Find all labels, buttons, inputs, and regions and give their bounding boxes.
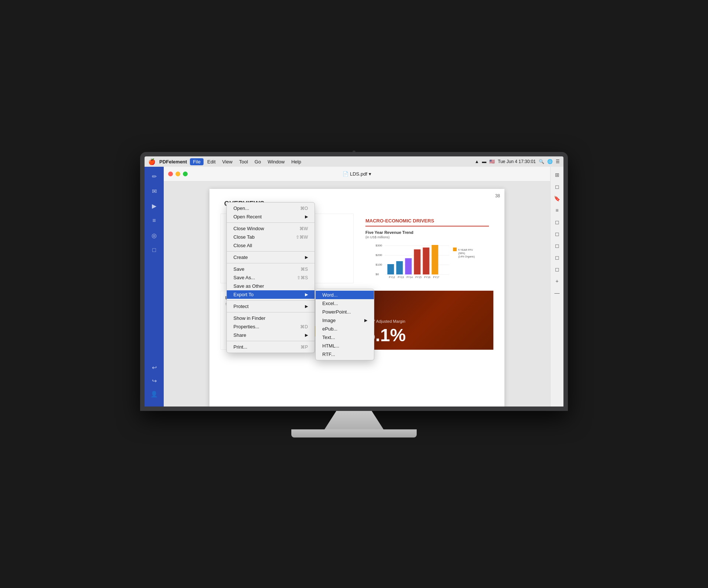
open-recent-arrow: ▶ xyxy=(305,214,308,219)
app-name[interactable]: PDFelement xyxy=(159,159,187,165)
svg-text:(38%): (38%) xyxy=(458,252,465,255)
left-sidebar: ✏ ✉ ▶ ≡ ◎ □ ↩ ↪ 👤 xyxy=(145,167,164,407)
menu-edit[interactable]: Edit xyxy=(204,158,218,165)
menu-protect[interactable]: Protect ▶ xyxy=(227,302,315,311)
menu-share[interactable]: Share ▶ xyxy=(227,331,315,339)
menu-close-all[interactable]: Close All xyxy=(227,241,315,250)
menu-go[interactable]: Go xyxy=(251,158,264,165)
maximize-button[interactable] xyxy=(183,172,188,176)
flag-icon: 🇺🇸 xyxy=(489,159,495,164)
export-powerpoint-label: PowerPoint... xyxy=(322,309,351,315)
right-icon-page[interactable]: ◻ xyxy=(552,181,562,192)
svg-text:FY17: FY17 xyxy=(433,276,440,279)
sidebar-icon-edit[interactable]: ✏ xyxy=(148,170,161,183)
close-window-shortcut: ⌘W xyxy=(299,226,308,231)
menu-properties[interactable]: Properties... ⌘D xyxy=(227,322,315,331)
right-icon-doc2[interactable]: ◻ xyxy=(552,229,562,239)
export-html[interactable]: HTML... xyxy=(316,342,374,350)
right-sidebar: ⊞ ◻ 🔖 ≡ ◻ ◻ ◻ ◻ ◻ + — xyxy=(550,167,563,407)
menu-show-finder[interactable]: Show in Finder xyxy=(227,314,315,322)
menu-save-as[interactable]: Save As... ⇧⌘S xyxy=(227,273,315,282)
right-icon-minus[interactable]: — xyxy=(552,288,562,298)
create-arrow: ▶ xyxy=(305,255,308,260)
minimize-button[interactable] xyxy=(176,172,180,176)
export-submenu: Word... Excel... PowerPoint... Image xyxy=(315,289,374,360)
menu-close-tab[interactable]: Close Tab ⇧⌘W xyxy=(227,233,315,241)
close-button[interactable] xyxy=(168,172,173,176)
right-icon-add[interactable]: + xyxy=(552,276,562,286)
menu-open-recent[interactable]: Open Recent ▶ xyxy=(227,212,315,221)
right-icon-menu[interactable]: ≡ xyxy=(552,205,562,215)
export-rtf-label: RTF... xyxy=(322,352,335,357)
sidebar-icon-undo[interactable]: ↩ xyxy=(148,361,161,374)
export-text[interactable]: Text... xyxy=(316,333,374,342)
pdf-viewport[interactable]: 38 OVERVIEWS xyxy=(164,181,550,407)
export-image-label: Image xyxy=(322,318,336,323)
sep-6 xyxy=(227,341,315,341)
menu-open[interactable]: Open... ⌘O xyxy=(227,204,315,212)
monitor-wrapper: 🍎 PDFelement File Edit View Tool Go Wind… xyxy=(133,151,575,437)
search-icon[interactable]: 🔍 xyxy=(539,159,544,164)
sidebar-icon-square[interactable]: □ xyxy=(148,243,161,257)
menu-create[interactable]: Create ▶ xyxy=(227,253,315,262)
protect-arrow: ▶ xyxy=(305,304,308,309)
export-epub[interactable]: ePub... xyxy=(316,325,374,333)
export-excel[interactable]: Excel... xyxy=(316,299,374,308)
menubar: 🍎 PDFelement File Edit View Tool Go Wind… xyxy=(145,156,563,167)
sidebar-icon-share[interactable]: ▶ xyxy=(148,199,161,212)
svg-rect-11 xyxy=(405,258,412,274)
right-icon-doc4[interactable]: ◻ xyxy=(552,252,562,263)
menu-open-recent-label: Open Recent xyxy=(233,214,262,219)
menu-open-shortcut: ⌘O xyxy=(300,206,308,211)
filename-text: LDS.pdf xyxy=(350,171,367,177)
traffic-lights xyxy=(168,172,188,176)
revenue-bar-chart: $300 $200 $100 $0 xyxy=(365,242,489,279)
file-menu-dropdown: Open... ⌘O Open Recent ▶ Close Window ⌘W xyxy=(226,202,315,353)
svg-text:FY15: FY15 xyxy=(416,276,422,279)
list-icon[interactable]: ☰ xyxy=(556,159,560,164)
right-icon-grid[interactable]: ⊞ xyxy=(552,170,562,180)
right-icon-bookmark[interactable]: 🔖 xyxy=(552,193,562,204)
menubar-right: ▲ ▬ 🇺🇸 Tue Jun 4 17:30:01 🔍 🌐 ☰ xyxy=(475,159,560,164)
properties-shortcut: ⌘D xyxy=(300,324,308,329)
export-rtf[interactable]: RTF... xyxy=(316,350,374,359)
export-word[interactable]: Word... xyxy=(316,291,374,299)
right-icon-doc5[interactable]: ◻ xyxy=(552,264,562,274)
menubar-items: File Edit View Tool Go Window Help xyxy=(190,158,473,165)
sidebar-icon-list[interactable]: ≡ xyxy=(148,214,161,227)
svg-text:$300: $300 xyxy=(376,244,382,247)
menu-export-to[interactable]: Export To ▶ Word... Excel... xyxy=(227,290,315,299)
apple-menu[interactable]: 🍎 xyxy=(148,158,156,165)
sidebar-icon-circle[interactable]: ◎ xyxy=(148,229,161,242)
protect-label: Protect xyxy=(233,304,249,309)
monitor-screen: 🍎 PDFelement File Edit View Tool Go Wind… xyxy=(140,152,568,411)
export-powerpoint[interactable]: PowerPoint... xyxy=(316,308,374,316)
menu-file[interactable]: File xyxy=(190,158,204,165)
right-icon-doc1[interactable]: ◻ xyxy=(552,217,562,227)
globe-icon[interactable]: 🌐 xyxy=(547,159,553,164)
menu-tool[interactable]: Tool xyxy=(236,158,251,165)
sidebar-icon-user[interactable]: 👤 xyxy=(148,387,161,401)
export-image[interactable]: Image ▶ xyxy=(316,316,374,325)
svg-text:FY16: FY16 xyxy=(424,276,431,279)
menu-view[interactable]: View xyxy=(219,158,236,165)
sep-3 xyxy=(227,263,315,263)
menu-window[interactable]: Window xyxy=(265,158,288,165)
save-as-shortcut: ⇧⌘S xyxy=(297,275,308,280)
svg-text:FY12: FY12 xyxy=(389,276,395,279)
menu-print[interactable]: Print... ⌘P xyxy=(227,343,315,351)
menu-help[interactable]: Help xyxy=(288,158,304,165)
svg-rect-13 xyxy=(423,248,430,274)
menu-save-as-other[interactable]: Save as Other xyxy=(227,282,315,290)
export-excel-label: Excel... xyxy=(322,301,338,306)
sidebar-icon-redo[interactable]: ↪ xyxy=(148,374,161,387)
filename-chevron[interactable]: ▾ xyxy=(369,171,371,177)
create-label: Create xyxy=(233,255,248,260)
export-to-label: Export To xyxy=(233,292,254,297)
sidebar-icon-mail[interactable]: ✉ xyxy=(148,184,161,198)
export-html-label: HTML... xyxy=(322,343,339,349)
menu-save[interactable]: Save ⌘S xyxy=(227,265,315,273)
export-text-label: Text... xyxy=(322,335,335,340)
right-icon-doc3[interactable]: ◻ xyxy=(552,241,562,251)
menu-close-window[interactable]: Close Window ⌘W xyxy=(227,224,315,233)
